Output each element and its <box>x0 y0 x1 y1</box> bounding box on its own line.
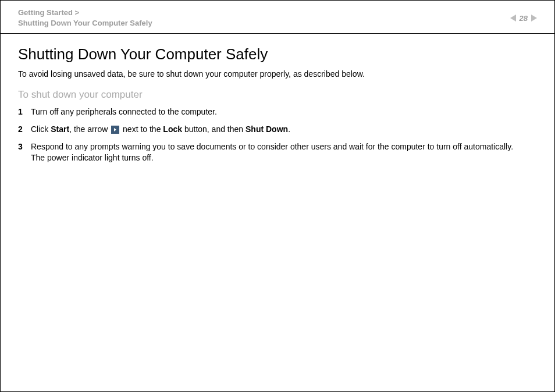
text-fragment: . <box>288 124 290 134</box>
breadcrumb-line-1: Getting Started > <box>18 8 152 18</box>
breadcrumb-line-2: Shutting Down Your Computer Safely <box>18 18 152 28</box>
text-fragment: , the arrow <box>69 124 110 134</box>
step-2-text: Click Start, the arrow next to the Lock … <box>31 124 537 136</box>
prev-page-icon[interactable] <box>510 15 516 22</box>
text-fragment: Respond to any prompts warning you to sa… <box>31 142 513 151</box>
text-fragment: next to the <box>120 124 163 134</box>
shutdown-label: Shut Down <box>246 124 288 134</box>
page-content: Shutting Down Your Computer Safely To av… <box>1 34 554 181</box>
page-title: Shutting Down Your Computer Safely <box>18 45 537 63</box>
step-2: Click Start, the arrow next to the Lock … <box>18 124 537 136</box>
step-1: Turn off any peripherals connected to th… <box>18 106 537 118</box>
arrow-glyph <box>114 128 116 131</box>
text-fragment: Click <box>31 124 51 134</box>
lock-label: Lock <box>163 124 182 134</box>
step-1-text: Turn off any peripherals connected to th… <box>31 106 537 118</box>
intro-paragraph: To avoid losing unsaved data, be sure to… <box>18 69 537 79</box>
start-label: Start <box>51 124 69 134</box>
text-fragment: The power indicator light turns off. <box>31 153 154 162</box>
text-fragment: button, and then <box>182 124 246 134</box>
breadcrumb: Getting Started > Shutting Down Your Com… <box>18 8 152 28</box>
page-navigator: 28 <box>510 14 537 23</box>
steps-list: Turn off any peripherals connected to th… <box>18 106 537 163</box>
arrow-icon <box>111 126 119 134</box>
step-3-text: Respond to any prompts warning you to sa… <box>31 141 537 164</box>
next-page-icon[interactable] <box>531 15 537 22</box>
page-number: 28 <box>520 14 528 23</box>
page-header: Getting Started > Shutting Down Your Com… <box>1 1 554 34</box>
section-subhead: To shut down your computer <box>18 89 537 101</box>
step-3: Respond to any prompts warning you to sa… <box>18 141 537 164</box>
